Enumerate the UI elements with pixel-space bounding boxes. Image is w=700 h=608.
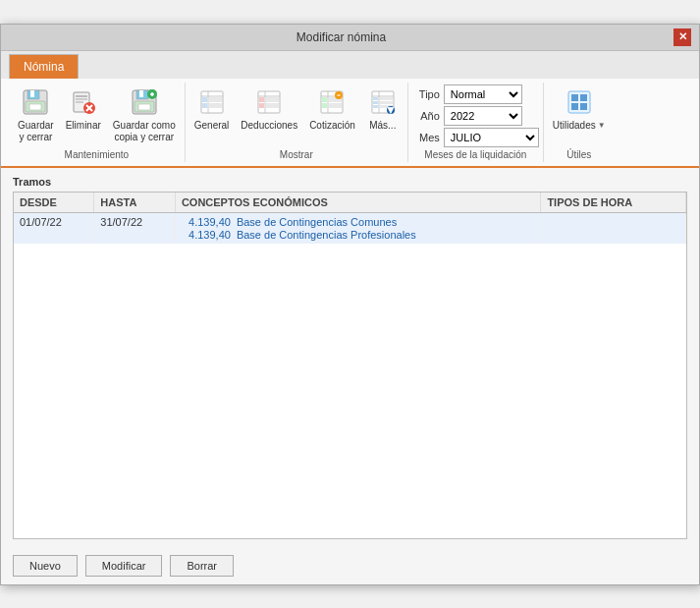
- concept-amount-0: 4.139,40: [182, 216, 231, 228]
- concept-name-1: Base de Contingencias Profesionales: [237, 229, 416, 241]
- svg-rect-55: [571, 94, 578, 101]
- svg-rect-30: [259, 97, 264, 102]
- svg-rect-58: [580, 103, 587, 110]
- eliminar-label: Eliminar: [66, 120, 101, 132]
- cotizacion-label: Cotización: [309, 120, 355, 132]
- general-label: General: [194, 120, 230, 132]
- tipo-row: Tipo Normal Extra: [412, 84, 522, 104]
- utilidades-button[interactable]: Utilidades ▼: [548, 83, 611, 136]
- meses-liquidacion-label: Meses de la liquidación: [412, 147, 539, 162]
- mes-label: Mes: [412, 132, 440, 143]
- concept-amount-1: 4.139,40: [182, 229, 231, 241]
- svg-rect-31: [266, 97, 279, 102]
- ribbon: Guardary cerrar: [1, 79, 699, 168]
- deducciones-icon: [253, 86, 285, 118]
- guardar-cerrar-button[interactable]: Guardary cerrar: [13, 83, 59, 147]
- col-conceptos: CONCEPTOS ECONÓMICOS: [175, 193, 540, 213]
- concepts-list: 4.139,40 Base de Contingencias Comunes 4…: [182, 216, 534, 241]
- svg-rect-57: [571, 103, 578, 110]
- mes-select[interactable]: ENEROFEBREROMARZO ABRILMAYOJUNIO JULIOAG…: [444, 128, 539, 147]
- cell-hasta: 31/07/22: [94, 212, 176, 244]
- utilidades-icon: [564, 86, 595, 118]
- eliminar-button[interactable]: Eliminar: [61, 83, 106, 136]
- modificar-button[interactable]: Modificar: [85, 555, 163, 577]
- main-content: Tramos DESDE HASTA CONCEPTOS ECONÓMICOS …: [1, 168, 699, 547]
- svg-rect-25: [202, 103, 207, 108]
- mas-button[interactable]: ▼ Más...: [362, 83, 404, 136]
- svg-rect-50: [373, 105, 378, 108]
- eliminar-icon: [68, 86, 99, 118]
- window-title: Modificar nómina: [9, 30, 673, 44]
- concept-item-0: 4.139,40 Base de Contingencias Comunes: [182, 216, 534, 228]
- svg-rect-56: [580, 94, 587, 101]
- svg-rect-32: [259, 103, 264, 108]
- guardar-copia-icon: [129, 86, 160, 118]
- anio-select[interactable]: 2021 2022 2023: [444, 106, 522, 126]
- tab-nomina[interactable]: Nómina: [9, 54, 79, 79]
- col-hasta: HASTA: [94, 193, 176, 213]
- nuevo-button[interactable]: Nuevo: [13, 555, 78, 577]
- mes-row: Mes ENEROFEBREROMARZO ABRILMAYOJUNIO JUL…: [412, 128, 539, 147]
- borrar-button[interactable]: Borrar: [170, 555, 234, 577]
- main-window: Modificar nómina ✕ Nómina: [0, 24, 700, 585]
- cotizacion-icon: [316, 86, 348, 118]
- mas-label: Más...: [369, 120, 396, 132]
- utiles-label: Útiles: [548, 147, 611, 162]
- concept-item-1: 4.139,40 Base de Contingencias Profesion…: [182, 229, 534, 241]
- svg-rect-4: [29, 104, 41, 110]
- svg-rect-26: [209, 103, 222, 108]
- cell-desde: 01/07/22: [14, 212, 94, 244]
- svg-rect-47: [380, 97, 393, 100]
- guardar-copia-button[interactable]: Guardar comocopia y cerrar: [108, 83, 181, 147]
- cell-tipos-hora: [541, 212, 686, 244]
- close-button[interactable]: ✕: [673, 28, 691, 46]
- svg-rect-23: [202, 97, 207, 102]
- svg-rect-14: [139, 90, 143, 97]
- section-title: Tramos: [13, 176, 687, 188]
- utilidades-label: Utilidades: [553, 120, 596, 132]
- mas-icon: ▼: [367, 86, 399, 118]
- group-mostrar: General De: [186, 83, 408, 162]
- cell-conceptos: 4.139,40 Base de Contingencias Comunes 4…: [175, 212, 540, 244]
- anio-row: Año 2021 2022 2023: [412, 106, 522, 126]
- col-desde: DESDE: [14, 193, 94, 213]
- group-meses: Tipo Normal Extra Año 2021 2022 2023 Mes: [408, 83, 544, 162]
- deducciones-button[interactable]: Deducciones: [236, 83, 302, 136]
- guardar-cerrar-icon: [20, 86, 51, 118]
- svg-rect-39: [322, 103, 327, 108]
- tipo-select[interactable]: Normal Extra: [444, 84, 522, 104]
- ribbon-tabs: Nómina: [1, 51, 699, 79]
- deducciones-label: Deducciones: [241, 120, 297, 132]
- cotizacion-button[interactable]: Cotización: [304, 83, 360, 136]
- concept-name-0: Base de Contingencias Comunes: [237, 216, 397, 228]
- general-button[interactable]: General: [189, 83, 235, 136]
- mostrar-label: Mostrar: [189, 147, 404, 162]
- group-mantenimiento: Guardary cerrar: [9, 83, 186, 162]
- tramos-table: DESDE HASTA CONCEPTOS ECONÓMICOS TIPOS D…: [14, 193, 686, 244]
- tipo-label: Tipo: [412, 88, 440, 100]
- svg-rect-46: [373, 97, 378, 100]
- title-bar: Modificar nómina ✕: [1, 25, 699, 51]
- svg-rect-33: [266, 103, 279, 108]
- tramos-table-container: DESDE HASTA CONCEPTOS ECONÓMICOS TIPOS D…: [13, 192, 687, 539]
- utilidades-arrow: ▼: [598, 121, 606, 130]
- guardar-cerrar-label: Guardary cerrar: [18, 120, 54, 143]
- group-utiles: Utilidades ▼ Útiles: [544, 83, 615, 162]
- svg-rect-2: [30, 90, 34, 97]
- anio-label: Año: [412, 110, 440, 122]
- svg-rect-48: [373, 101, 378, 104]
- general-icon: [196, 86, 228, 118]
- svg-rect-37: [322, 97, 327, 102]
- svg-rect-24: [209, 97, 222, 102]
- empty-area: [14, 244, 686, 538]
- svg-rect-16: [138, 104, 150, 110]
- svg-text:▼: ▼: [385, 102, 397, 116]
- mantenimiento-label: Mantenimiento: [13, 147, 181, 162]
- footer: Nuevo Modificar Borrar: [1, 547, 699, 584]
- col-tipos-hora: TIPOS DE HORA: [541, 193, 686, 213]
- table-row[interactable]: 01/07/22 31/07/22 4.139,40 Base de Conti…: [14, 212, 686, 244]
- svg-rect-40: [329, 103, 342, 108]
- guardar-copia-label: Guardar comocopia y cerrar: [113, 120, 176, 143]
